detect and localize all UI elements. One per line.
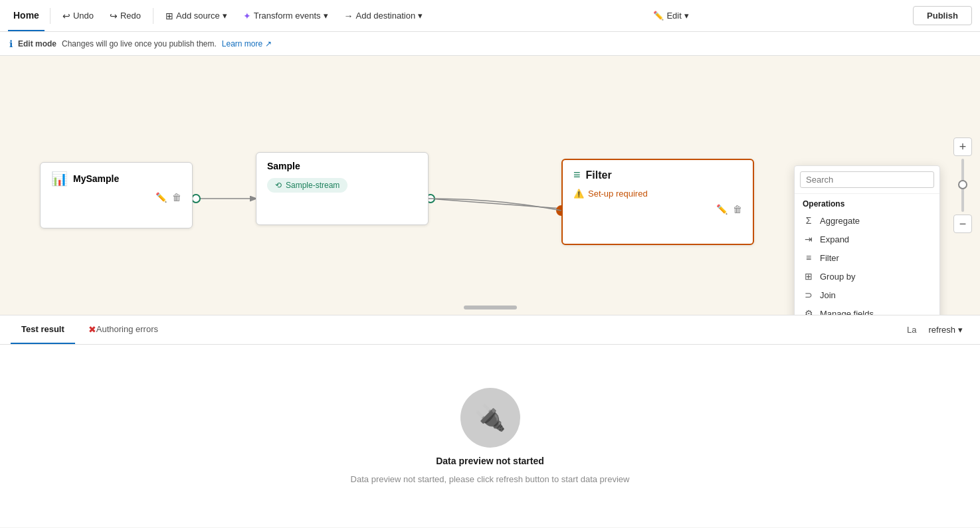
expand-label: Expand (820, 234, 849, 244)
manage-fields-icon: ⚙ (803, 308, 815, 315)
zoom-slider[interactable] (961, 159, 964, 212)
tab-test-result[interactable]: Test result (11, 315, 75, 344)
redo-button[interactable]: ↪ Redo (103, 8, 147, 24)
canvas-scrollbar[interactable] (464, 306, 517, 309)
refresh-label: refresh (929, 325, 955, 335)
groupby-label: Group by (820, 272, 855, 282)
learn-more-link[interactable]: Learn more ↗ (222, 39, 272, 48)
svg-line-1 (429, 199, 561, 209)
mysample-icon: 📊 (51, 171, 68, 187)
zoom-in-button[interactable]: + (953, 137, 972, 156)
empty-state: 🔌 Data preview not started Data preview … (0, 345, 980, 527)
mysample-node[interactable]: 📊 MySample ✏️ 🗑 (40, 162, 193, 228)
dropdown-search-container (795, 166, 939, 194)
edit-filter-icon[interactable]: ✏️ (716, 204, 728, 215)
info-message: Changes will go live once you publish th… (62, 39, 217, 48)
transform-label: Transform events (254, 11, 321, 21)
filter-dropdown-icon: ≡ (803, 252, 815, 263)
empty-sub: Data preview not started, please click r… (351, 474, 630, 484)
edit-label: Edit (666, 11, 681, 21)
filter-title: Filter (586, 169, 612, 181)
empty-title: Data preview not started (436, 456, 544, 466)
delete-node-icon[interactable]: 🗑 (172, 192, 181, 203)
error-circle-icon: ✖ (88, 324, 96, 335)
add-source-label: Add source (176, 11, 220, 21)
dropdown-item-aggregate[interactable]: Σ Aggregate (795, 211, 939, 230)
groupby-icon: ⊞ (803, 271, 815, 282)
add-destination-chevron-icon: ▾ (418, 11, 423, 21)
dropdown-item-groupby[interactable]: ⊞ Group by (795, 267, 939, 286)
search-input[interactable] (800, 171, 934, 188)
expand-icon: ⇥ (803, 234, 815, 244)
transform-icon: ✦ (243, 11, 251, 21)
setup-required-label: Set-up required (588, 189, 648, 199)
redo-label: Redo (120, 11, 141, 21)
authoring-errors-label: Authoring errors (96, 324, 158, 334)
delete-filter-icon[interactable]: 🗑 (733, 204, 742, 215)
zoom-thumb (958, 180, 967, 189)
aggregate-label: Aggregate (820, 216, 860, 226)
separator (50, 8, 50, 24)
add-source-icon: ⊞ (165, 11, 173, 21)
transform-chevron-icon: ▾ (324, 11, 328, 21)
operations-dropdown: Operations Σ Aggregate ⇥ Expand ≡ Filter… (794, 165, 940, 315)
redo-icon: ↪ (110, 11, 118, 21)
publish-button[interactable]: Publish (913, 6, 972, 25)
filter-header: ≡ Filter (573, 168, 742, 182)
sample-header: Sample (267, 161, 417, 171)
empty-icon-circle: 🔌 (460, 388, 520, 448)
filter-actions: ✏️ 🗑 (573, 204, 742, 215)
mysample-actions: ✏️ 🗑 (51, 192, 181, 203)
bottom-panel: Test result ✖ Authoring errors La refres… (0, 315, 980, 527)
refresh-chevron-icon: ▾ (958, 325, 963, 335)
edit-node-icon[interactable]: ✏️ (155, 192, 167, 203)
join-label: Join (820, 290, 836, 300)
add-destination-button[interactable]: → Add destination ▾ (338, 8, 430, 24)
dropdown-item-expand[interactable]: ⇥ Expand (795, 230, 939, 248)
sample-title: Sample (267, 161, 300, 171)
warning-icon: ⚠️ (573, 189, 584, 199)
zoom-controls: + − (953, 137, 972, 233)
aggregate-icon: Σ (803, 215, 815, 226)
bottom-tabs: Test result ✖ Authoring errors La refres… (0, 315, 980, 345)
edit-button[interactable]: ✏️ Edit ▾ (646, 8, 695, 23)
tab-authoring-errors[interactable]: ✖ Authoring errors (75, 315, 169, 344)
external-link-icon: ↗ (265, 39, 272, 48)
refresh-button[interactable]: refresh ▾ (922, 322, 969, 337)
mysample-header: 📊 MySample (51, 171, 181, 187)
add-destination-label: Add destination (356, 11, 416, 21)
tab-right-controls: La refresh ▾ (907, 322, 969, 337)
filter-node[interactable]: ≡ Filter ⚠️ Set-up required ✏️ 🗑 (561, 159, 754, 245)
stream-chip-icon: ⟲ (275, 181, 282, 190)
canvas-area: 📊 MySample ✏️ 🗑 Sample ⟲ Sample-stream ≡… (0, 56, 980, 315)
publish-label: Publish (927, 11, 958, 21)
undo-icon: ↩ (62, 11, 70, 21)
dropdown-item-join[interactable]: ⊃ Join (795, 286, 939, 304)
add-destination-icon: → (344, 11, 353, 21)
sample-stream-label: Sample-stream (286, 181, 340, 190)
undo-label: Undo (73, 11, 94, 21)
add-source-button[interactable]: ⊞ Add source ▾ (159, 8, 234, 24)
refresh-label-prefix: La (907, 325, 916, 335)
zoom-out-button[interactable]: − (953, 215, 972, 233)
transform-events-button[interactable]: ✦ Transform events ▾ (237, 8, 335, 24)
top-bar: Home ↩ Undo ↪ Redo ⊞ Add source ▾ ✦ Tran… (0, 0, 980, 32)
error-badge: ✖ (88, 324, 96, 335)
filter-icon: ≡ (573, 168, 581, 182)
manage-fields-label: Manage fields (820, 309, 874, 315)
test-result-label: Test result (21, 324, 64, 334)
info-bar: ℹ Edit mode Changes will go live once yo… (0, 32, 980, 56)
app-title: Home (8, 0, 45, 31)
dropdown-item-filter[interactable]: ≡ Filter (795, 248, 939, 267)
dropdown-item-manage-fields[interactable]: ⚙ Manage fields (795, 304, 939, 315)
add-source-chevron-icon: ▾ (223, 11, 227, 21)
operations-section-label: Operations (795, 194, 939, 211)
undo-button[interactable]: ↩ Undo (56, 8, 100, 24)
learn-more-label: Learn more (222, 39, 262, 48)
filter-label: Filter (820, 253, 839, 263)
mysample-title: MySample (73, 173, 119, 184)
join-icon: ⊃ (803, 290, 815, 300)
info-icon: ℹ (9, 39, 13, 49)
sample-node[interactable]: Sample ⟲ Sample-stream (256, 152, 429, 225)
setup-required: ⚠️ Set-up required (573, 189, 742, 199)
